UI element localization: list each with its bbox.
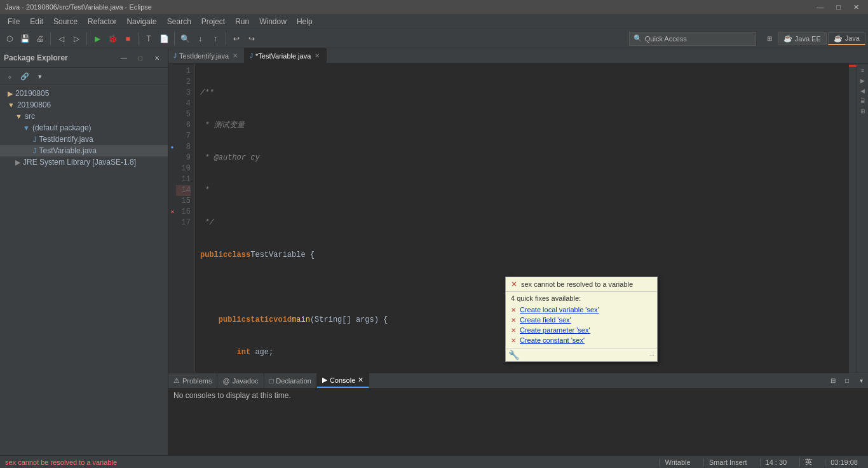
line-num-4: 4 xyxy=(176,99,191,109)
tree-item-testidentify[interactable]: J TestIdentify.java xyxy=(0,134,168,145)
tab-console[interactable]: ▶ Console ✕ xyxy=(317,373,369,388)
javadoc-label: Javadoc xyxy=(233,377,259,385)
pe-maximize-button[interactable]: □ xyxy=(133,51,147,65)
title-text: Java - 20190806/src/TestVariable.java - … xyxy=(5,3,152,11)
code-line-4: * xyxy=(200,185,844,196)
tab-testidentify[interactable]: J TestIdentify.java ✕ xyxy=(168,48,245,63)
marker-9 xyxy=(168,153,176,163)
pe-close-button[interactable]: ✕ xyxy=(150,51,164,65)
link-with-editor-button[interactable]: 🔗 xyxy=(18,69,32,83)
stop-button[interactable]: ■ xyxy=(121,32,135,46)
menu-edit[interactable]: Edit xyxy=(25,16,48,27)
tree-item-jre[interactable]: ▶ JRE System Library [JavaSE-1.8] xyxy=(0,156,168,168)
library-icon: ▶ xyxy=(15,158,20,167)
menu-refactor[interactable]: Refactor xyxy=(83,16,121,27)
status-encoding: 英 xyxy=(799,457,817,467)
fix-item-3[interactable]: ✕ Create parameter 'sex' xyxy=(511,325,652,335)
collapse-all-button[interactable]: ⬦ xyxy=(3,69,17,83)
tab-declaration[interactable]: □ Declaration xyxy=(264,373,317,388)
marker-10 xyxy=(168,163,176,174)
tree-item-src[interactable]: ▼ src xyxy=(0,111,168,122)
bottom-panel-controls[interactable]: ⊟ xyxy=(826,373,840,387)
right-sidebar-icon-4[interactable]: ≣ xyxy=(858,97,867,106)
fix-item-1[interactable]: ✕ Create local variable 'sex' xyxy=(511,305,652,315)
next-annotation-button[interactable]: ↓ xyxy=(193,32,207,46)
fix-link-3[interactable]: Create parameter 'sex' xyxy=(520,326,590,334)
tab-javadoc[interactable]: @ Javadoc xyxy=(217,373,264,388)
java-ee-perspective[interactable]: ☕ Java EE xyxy=(778,32,827,45)
fix-link-2[interactable]: Create field 'sex' xyxy=(520,316,571,324)
right-sidebar-icon-5[interactable]: ⊞ xyxy=(858,107,867,116)
search-tool-button[interactable]: 🔍 xyxy=(178,32,192,46)
tab-testvariable[interactable]: J *TestVariable.java ✕ xyxy=(245,48,327,63)
quick-access-label: Quick Access xyxy=(645,35,687,43)
tree-item-testvariable[interactable]: J TestVariable.java xyxy=(0,145,168,156)
close-button[interactable]: ✕ xyxy=(850,3,863,11)
qf-footer-icon: 🔧 xyxy=(508,350,519,360)
status-writable: Writable xyxy=(659,458,695,466)
fix-link-1[interactable]: Create local variable 'sex' xyxy=(520,306,599,313)
save-button[interactable]: 💾 xyxy=(18,32,32,46)
marker-1 xyxy=(168,66,176,77)
ruler-error-mark xyxy=(849,65,857,67)
prev-annotation-button[interactable]: ↑ xyxy=(208,32,222,46)
line-markers: ● ✕ xyxy=(168,64,176,373)
tree-item-20190805[interactable]: ▶ 20190805 xyxy=(0,88,168,99)
tree-label-20190805: 20190805 xyxy=(15,89,49,98)
right-sidebar-icon-3[interactable]: ◀ xyxy=(858,86,867,95)
back-button[interactable]: ◁ xyxy=(54,32,68,46)
menu-file[interactable]: File xyxy=(3,16,25,27)
undo-button[interactable]: ↩ xyxy=(229,32,243,46)
maximize-button[interactable]: □ xyxy=(832,3,844,11)
line-num-15: 15 xyxy=(176,196,191,207)
marker-17 xyxy=(168,239,176,250)
minimize-button[interactable]: — xyxy=(813,3,827,11)
menu-window[interactable]: Window xyxy=(254,16,292,27)
marker-13 xyxy=(168,196,176,207)
print-button[interactable]: 🖨 xyxy=(33,32,47,46)
error-icon: ✕ xyxy=(511,280,517,289)
fix-item-4[interactable]: ✕ Create constant 'sex' xyxy=(511,335,652,345)
tab-label-testvariable: *TestVariable.java xyxy=(255,52,311,60)
quick-access-input[interactable]: 🔍 Quick Access xyxy=(629,32,756,46)
toolbar-separator-5 xyxy=(226,32,226,45)
menu-project[interactable]: Project xyxy=(196,16,230,27)
line-numbers: 1 2 3 4 5 6 7 8 9 10 11 14 15 16 17 xyxy=(176,64,195,373)
open-type-button[interactable]: T xyxy=(142,32,156,46)
forward-button[interactable]: ▷ xyxy=(69,32,83,46)
code-editor[interactable]: ● ✕ 1 2 3 4 5 6 7 8 9 10 xyxy=(168,64,868,373)
quick-fix-error-header: ✕ sex cannot be resolved to a variable xyxy=(506,277,657,292)
qf-more-button[interactable]: ··· xyxy=(649,352,654,359)
menu-navigate[interactable]: Navigate xyxy=(121,16,161,27)
fix-link-4[interactable]: Create constant 'sex' xyxy=(520,336,585,344)
marker-5 xyxy=(168,109,176,120)
java-perspective[interactable]: ☕ Java xyxy=(828,32,865,45)
menu-help[interactable]: Help xyxy=(292,16,318,27)
tab-problems[interactable]: ⚠ Problems xyxy=(168,373,217,388)
menu-run[interactable]: Run xyxy=(230,16,254,27)
bottom-panel-maximize[interactable]: □ xyxy=(840,373,854,387)
menu-search[interactable]: Search xyxy=(162,16,196,27)
new-button[interactable]: ⬡ xyxy=(3,32,17,46)
tab-close-testidentify[interactable]: ✕ xyxy=(231,52,239,60)
toolbar-separator-4 xyxy=(174,32,175,45)
menu-source[interactable]: Source xyxy=(48,16,83,27)
tree-item-20190806[interactable]: ▼ 20190806 xyxy=(0,99,168,111)
run-button[interactable]: ▶ xyxy=(90,32,104,46)
pe-view-menu-button[interactable]: ▾ xyxy=(33,69,47,83)
problems-label: Problems xyxy=(182,377,212,385)
right-sidebar-icon-2[interactable]: ▶ xyxy=(858,76,867,85)
tree-label-testvariable: TestVariable.java xyxy=(39,146,97,155)
console-close-button[interactable]: ✕ xyxy=(358,376,363,384)
open-resource-button[interactable]: 📄 xyxy=(157,32,171,46)
redo-button[interactable]: ↪ xyxy=(245,32,259,46)
tree-label-src: src xyxy=(25,112,35,121)
pe-minimize-button[interactable]: — xyxy=(117,51,131,65)
open-perspective-button[interactable]: ⊞ xyxy=(763,32,776,46)
debug-button[interactable]: 🐞 xyxy=(105,32,119,46)
fix-item-2[interactable]: ✕ Create field 'sex' xyxy=(511,315,652,325)
bottom-panel-view-menu[interactable]: ▾ xyxy=(854,373,868,387)
right-sidebar-icon-1[interactable]: ≡ xyxy=(858,66,867,75)
tree-item-default-package[interactable]: ▼ (default package) xyxy=(0,122,168,134)
tab-close-testvariable[interactable]: ✕ xyxy=(313,52,321,60)
